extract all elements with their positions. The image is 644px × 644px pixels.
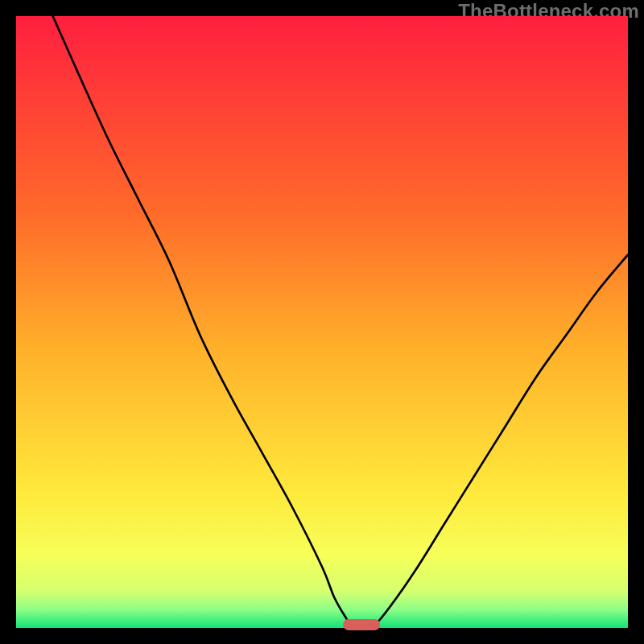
bottleneck-marker — [344, 619, 381, 630]
curve-right-branch — [371, 254, 628, 628]
curve-layer — [16, 16, 628, 628]
plot-area — [16, 16, 628, 628]
chart-frame: TheBottleneck.com — [0, 0, 644, 644]
curve-left-branch — [53, 16, 353, 628]
